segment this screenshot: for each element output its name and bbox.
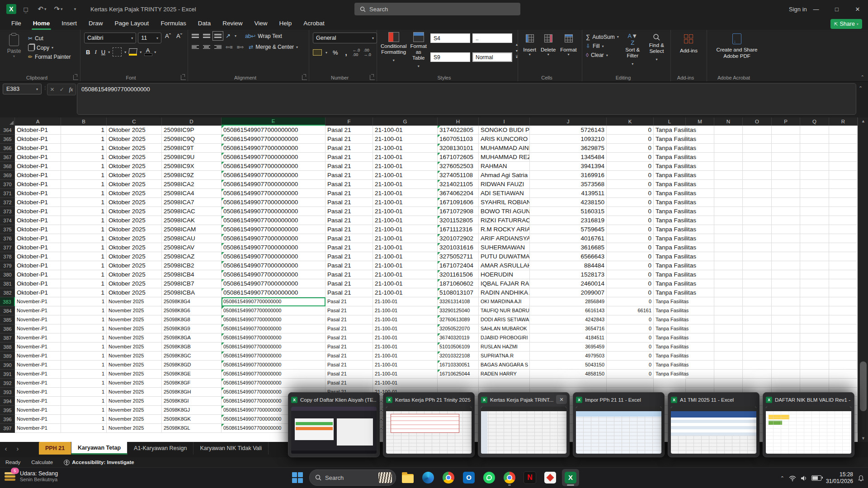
cell-L390[interactable]: Tanpa Fasilitas <box>654 361 686 370</box>
cell-E375[interactable]: 0508615499077000000000 <box>222 225 326 234</box>
status-accessibility[interactable]: Accessibility: Investigate <box>58 460 139 465</box>
file-explorer-button[interactable] <box>399 469 416 486</box>
cell-R380[interactable] <box>829 270 858 279</box>
row-header-392[interactable]: 392 <box>0 379 15 388</box>
cell-K378[interactable]: 0 <box>607 252 654 261</box>
cell-H379[interactable]: 1671072404 <box>438 261 479 270</box>
cell-F379[interactable]: Pasal 21 <box>326 261 373 270</box>
cell-D387[interactable]: 25098K8GA <box>162 333 222 343</box>
cell-H391[interactable]: 16710625044 <box>438 370 479 379</box>
cell-G368[interactable]: 21-100-01 <box>373 162 438 171</box>
cell-A387[interactable]: November-P1 <box>15 333 61 343</box>
cell-I371[interactable]: ADI SETIAWAN <box>479 189 530 198</box>
cell-style-chip[interactable]: S4 <box>430 33 470 43</box>
excel-taskbar-button[interactable] <box>562 469 579 486</box>
cell-C365[interactable]: Oktober 2025 <box>107 135 162 144</box>
cell-O380[interactable] <box>743 270 772 279</box>
format-cells-button[interactable]: Format▾ <box>560 34 576 56</box>
cell-K377[interactable]: 0 <box>607 243 654 252</box>
cell-D394[interactable]: 25098K8GI <box>162 397 222 406</box>
cell-P387[interactable] <box>772 333 800 343</box>
cell-I390[interactable]: BAGAS ANGGARA S <box>479 361 530 370</box>
cell-K371[interactable]: 0 <box>607 189 654 198</box>
column-header-K[interactable]: K <box>607 117 654 126</box>
cell-I368[interactable]: RAHMAN <box>479 162 530 171</box>
cell-O384[interactable] <box>743 306 772 315</box>
cell-J375[interactable]: 5759645 <box>530 225 607 234</box>
menu-tab-acrobat[interactable]: Acrobat <box>297 18 330 30</box>
cell-P364[interactable] <box>772 126 800 135</box>
cell-D378[interactable]: 25098ICAZ <box>162 252 222 261</box>
cell-O383[interactable] <box>743 297 772 306</box>
cell-C374[interactable]: Oktober 2025 <box>107 216 162 225</box>
chrome-2-button[interactable] <box>501 469 518 486</box>
cell-B370[interactable]: 1 <box>61 180 107 189</box>
menu-tab-formulas[interactable]: Formulas <box>155 18 192 30</box>
cell-I391[interactable]: RADEN HARRY <box>479 370 530 379</box>
cell-C396[interactable]: November 2025 <box>107 415 162 424</box>
cell-Q388[interactable] <box>800 343 829 352</box>
cell-L370[interactable]: Tanpa Fasilitas <box>654 180 686 189</box>
save-icon[interactable]: □_ <box>19 3 33 15</box>
cell-C366[interactable]: Oktober 2025 <box>107 144 162 153</box>
cell-Q382[interactable] <box>800 288 829 297</box>
cell-M384[interactable] <box>686 306 714 315</box>
cell-D377[interactable]: 25098ICAV <box>162 243 222 252</box>
cell-H380[interactable]: 3201161506 <box>438 270 479 279</box>
cell-H392[interactable] <box>438 379 479 388</box>
cell-A397[interactable]: November-P1 <box>15 424 61 433</box>
cell-E385[interactable]: 050861549907700000000 <box>222 315 326 324</box>
cell-L388[interactable]: Tanpa Fasilitas <box>654 343 686 352</box>
cell-B364[interactable]: 1 <box>61 126 107 135</box>
alignment-dialog-launcher-icon[interactable] <box>302 75 307 80</box>
cell-O364[interactable] <box>743 126 772 135</box>
cell-D367[interactable]: 25098IC9U <box>162 153 222 162</box>
cell-N371[interactable] <box>714 189 743 198</box>
cell-K385[interactable]: 0 <box>607 315 654 324</box>
sheet-tab-a1-karyawan-resign[interactable]: A1-Karyawan Resign <box>127 442 193 455</box>
cell-G384[interactable]: 21-100-01 <box>373 306 438 315</box>
sheet-nav-right-icon[interactable]: › <box>12 442 24 455</box>
cell-B381[interactable]: 1 <box>61 279 107 288</box>
cell-D397[interactable]: 25098K8GL <box>162 424 222 433</box>
sheet-tab-pph-21[interactable]: PPH 21 <box>39 442 71 455</box>
cell-K391[interactable]: 0 <box>607 370 654 379</box>
cell-I392[interactable] <box>479 379 530 388</box>
cell-I373[interactable]: BOWO TRI AGUNG <box>479 207 530 216</box>
cell-L392[interactable] <box>654 379 686 388</box>
cell-I372[interactable]: SYAHRIL ROBIANS <box>479 198 530 207</box>
cell-C387[interactable]: November 2025 <box>107 333 162 343</box>
cell-Q377[interactable] <box>800 243 829 252</box>
status-calculate[interactable]: Calculate <box>26 460 58 465</box>
cell-J386[interactable]: 3654716 <box>530 324 607 333</box>
cell-J382[interactable]: 2099007 <box>530 288 607 297</box>
cell-K366[interactable]: 0 <box>607 144 654 153</box>
cell-B379[interactable]: 1 <box>61 261 107 270</box>
cell-D373[interactable]: 25098ICAC <box>162 207 222 216</box>
menu-tab-view[interactable]: View <box>248 18 273 30</box>
cell-J388[interactable]: 3695459 <box>530 343 607 352</box>
cell-D389[interactable]: 25098K8GC <box>162 352 222 361</box>
cell-M391[interactable] <box>686 370 714 379</box>
netflix-button[interactable] <box>521 469 538 486</box>
cell-A368[interactable]: Oktober-P1 <box>15 162 61 171</box>
addins-button[interactable]: Add-ins <box>675 34 703 53</box>
cell-K369[interactable]: 0 <box>607 171 654 180</box>
row-header-378[interactable]: 378 <box>0 252 15 261</box>
cell-E370[interactable]: 0508615499077000000000 <box>222 180 326 189</box>
cell-N367[interactable] <box>714 153 743 162</box>
row-header-372[interactable]: 372 <box>0 198 15 207</box>
cell-K380[interactable]: 0 <box>607 270 654 279</box>
row-header-384[interactable]: 384 <box>0 306 15 315</box>
cell-L369[interactable]: Tanpa Fasilitas <box>654 171 686 180</box>
row-header-376[interactable]: 376 <box>0 234 15 243</box>
conditional-formatting-button[interactable]: Conditional Formatting▾ <box>381 33 407 69</box>
cell-H376[interactable]: 3201072902 <box>438 234 479 243</box>
cell-C378[interactable]: Oktober 2025 <box>107 252 162 261</box>
increase-decimal-icon[interactable]: ←.0.00 <box>353 48 360 57</box>
cell-B383[interactable]: 1 <box>61 297 107 306</box>
cell-G392[interactable]: 21-100-01 <box>373 379 438 388</box>
cell-D392[interactable]: 25098K8GF <box>162 379 222 388</box>
cell-A382[interactable]: Oktober-P1 <box>15 288 61 297</box>
cell-P388[interactable] <box>772 343 800 352</box>
